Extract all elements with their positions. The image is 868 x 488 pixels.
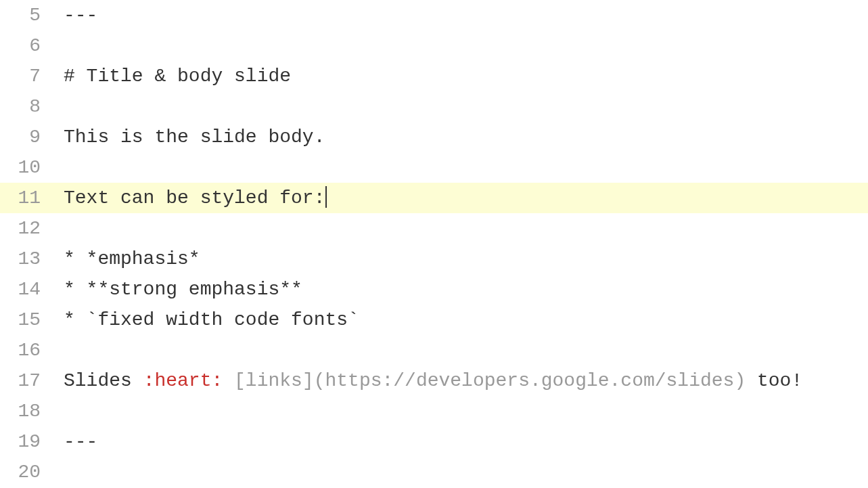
line-number: 8 (0, 91, 46, 122)
editor-line[interactable]: 16 (0, 335, 868, 365)
code-token: --- (64, 5, 97, 26)
editor-line[interactable]: 5--- (0, 0, 868, 30)
editor-line[interactable]: 17Slides :heart: [links](https://develop… (0, 365, 868, 396)
editor-line[interactable]: 8 (0, 91, 868, 122)
line-content[interactable]: Slides :heart: [links](https://developer… (46, 365, 868, 396)
editor-line[interactable]: 18 (0, 396, 868, 426)
code-token: * *emphasis* (64, 248, 200, 269)
line-content[interactable]: This is the slide body. (46, 122, 868, 152)
editor-line[interactable]: 11Text can be styled for: (0, 183, 868, 213)
line-number: 20 (0, 457, 46, 487)
editor-line[interactable]: 13* *emphasis* (0, 244, 868, 274)
editor-line[interactable]: 10 (0, 152, 868, 183)
line-number: 10 (0, 152, 46, 183)
code-editor[interactable]: 5---67# Title & body slide89This is the … (0, 0, 868, 487)
code-token: :heart: (143, 370, 223, 391)
line-number: 14 (0, 274, 46, 305)
line-content[interactable]: # Title & body slide (46, 61, 868, 91)
editor-line[interactable]: 9This is the slide body. (0, 122, 868, 152)
code-token: * `fixed width code fonts` (64, 309, 359, 330)
line-number: 18 (0, 396, 46, 426)
line-content[interactable]: --- (46, 426, 868, 457)
code-token: * **strong emphasis** (64, 279, 302, 300)
code-token (223, 370, 234, 391)
line-content[interactable]: * **strong emphasis** (46, 274, 868, 305)
line-number: 12 (0, 213, 46, 244)
line-number: 5 (0, 0, 46, 30)
code-token: Text can be styled for: (64, 187, 325, 208)
code-token: Slides (64, 370, 143, 391)
editor-line[interactable]: 7# Title & body slide (0, 61, 868, 91)
line-number: 13 (0, 244, 46, 274)
line-content[interactable]: --- (46, 0, 868, 30)
line-number: 17 (0, 365, 46, 396)
line-number: 19 (0, 426, 46, 457)
line-number: 16 (0, 335, 46, 365)
line-number: 9 (0, 122, 46, 152)
editor-line[interactable]: 20 (0, 457, 868, 487)
editor-line[interactable]: 12 (0, 213, 868, 244)
line-number: 15 (0, 305, 46, 335)
text-cursor (325, 186, 327, 208)
code-token: too! (746, 370, 802, 391)
code-token: [links](https://developers.google.com/sl… (234, 370, 746, 391)
code-token: # Title & body slide (64, 66, 291, 87)
editor-line[interactable]: 14* **strong emphasis** (0, 274, 868, 305)
editor-line[interactable]: 15* `fixed width code fonts` (0, 305, 868, 335)
editor-line[interactable]: 6 (0, 30, 868, 61)
line-content[interactable]: Text can be styled for: (46, 183, 868, 213)
line-content[interactable]: * *emphasis* (46, 244, 868, 274)
code-token: This is the slide body. (64, 127, 325, 148)
editor-line[interactable]: 19--- (0, 426, 868, 457)
line-content[interactable]: * `fixed width code fonts` (46, 305, 868, 335)
code-token: --- (64, 431, 97, 452)
line-number: 11 (0, 183, 46, 213)
line-number: 6 (0, 30, 46, 61)
line-number: 7 (0, 61, 46, 91)
